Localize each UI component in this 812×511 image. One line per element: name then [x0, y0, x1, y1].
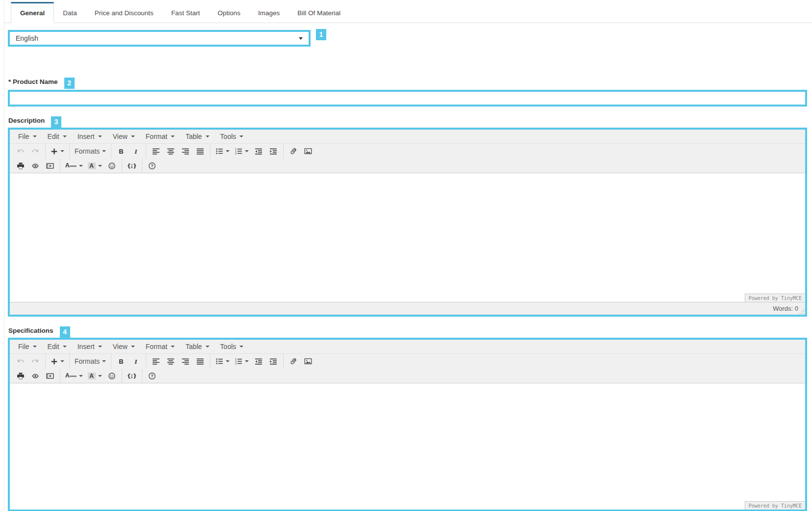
align-center-button[interactable] [163, 355, 178, 368]
menu-file[interactable]: File [13, 130, 42, 143]
chevron-down-icon [98, 135, 102, 137]
menu-format[interactable]: Format [140, 130, 180, 143]
image-button[interactable] [301, 145, 315, 158]
align-right-icon [182, 147, 189, 155]
toolbar-group [284, 354, 318, 369]
product-name-input[interactable] [8, 90, 807, 107]
menu-insert[interactable]: Insert [72, 340, 107, 353]
align-left-button[interactable] [149, 145, 163, 158]
tab-data[interactable]: Data [54, 2, 86, 23]
add-button[interactable] [48, 145, 67, 158]
bold-button[interactable]: B [114, 145, 129, 158]
image-button[interactable] [301, 355, 315, 368]
preview-button[interactable] [28, 160, 43, 172]
preview-icon [31, 372, 39, 380]
menu-insert[interactable]: Insert [72, 130, 107, 143]
menu-edit[interactable]: Edit [42, 130, 72, 143]
menu-table[interactable]: Table [180, 340, 214, 353]
outdent-button[interactable] [251, 355, 266, 368]
help-button[interactable]: ? [145, 160, 159, 172]
menu-table[interactable]: Table [180, 130, 214, 143]
undo-button[interactable] [13, 355, 28, 368]
undo-button[interactable] [13, 145, 28, 158]
align-center-button[interactable] [163, 145, 178, 158]
media-button[interactable] [43, 370, 57, 382]
menu-view[interactable]: View [107, 130, 140, 143]
bold-button[interactable]: B [114, 355, 129, 368]
italic-button[interactable]: I [129, 145, 143, 158]
link-button[interactable] [286, 145, 301, 158]
indent-button[interactable] [266, 145, 281, 158]
powered-by-tinymce-link[interactable]: Powered by TinyMCE [745, 294, 805, 302]
code-sample-button[interactable]: {;} [125, 370, 139, 382]
menu-tools[interactable]: Tools [215, 130, 249, 143]
toolbar-group: ? [142, 159, 162, 173]
menu-view[interactable]: View [107, 340, 140, 353]
language-select[interactable]: English [8, 30, 311, 47]
align-right-button[interactable] [178, 355, 193, 368]
print-button[interactable] [13, 160, 28, 172]
preview-button[interactable] [28, 370, 43, 382]
print-icon [17, 162, 25, 170]
menu-label: Table [185, 343, 202, 350]
formats-button[interactable]: Formats [72, 145, 108, 158]
link-button[interactable] [286, 355, 301, 368]
annotation-badge-2: 2 [64, 78, 75, 89]
background-color-button[interactable]: A [85, 160, 105, 172]
text-color-button[interactable]: A [63, 160, 85, 172]
numbered-list-button[interactable]: 123 [232, 355, 251, 368]
align-justify-button[interactable] [193, 355, 208, 368]
tab-fast-start[interactable]: Fast Start [162, 2, 209, 23]
outdent-icon [255, 357, 262, 365]
resize-grip-icon[interactable] [799, 309, 805, 314]
align-right-button[interactable] [178, 145, 193, 158]
indent-button[interactable] [266, 355, 281, 368]
menu-tools[interactable]: Tools [215, 340, 249, 353]
menu-format[interactable]: Format [140, 340, 180, 353]
editor-toolbar-row2: AA{;}? [10, 159, 805, 173]
tab-images[interactable]: Images [249, 2, 288, 23]
specifications-edit-area[interactable]: Powered by TinyMCE [10, 383, 805, 510]
bullet-list-button[interactable] [213, 355, 232, 368]
tab-general[interactable]: General [11, 2, 54, 23]
code-sample-button[interactable]: {;} [125, 160, 139, 172]
toolbar-group: ? [142, 369, 162, 383]
print-button[interactable] [13, 370, 28, 382]
background-color-icon: A [88, 162, 96, 169]
emoticons-button[interactable] [105, 370, 119, 382]
menu-file[interactable]: File [13, 340, 42, 353]
add-button[interactable] [48, 355, 67, 368]
menu-edit[interactable]: Edit [42, 340, 72, 353]
emoticons-icon [108, 162, 116, 170]
annotation-badge-1: 1 [316, 29, 326, 40]
redo-icon [31, 357, 39, 365]
tab-options[interactable]: Options [209, 2, 249, 23]
tab-bill-of-material[interactable]: Bill Of Material [288, 2, 349, 23]
emoticons-button[interactable] [105, 160, 119, 172]
formats-button[interactable]: Formats [72, 355, 108, 368]
align-justify-button[interactable] [193, 145, 208, 158]
align-justify-icon [196, 357, 204, 365]
numbered-list-button[interactable]: 123 [232, 145, 251, 158]
align-left-icon [152, 357, 160, 365]
redo-button[interactable] [28, 355, 43, 368]
help-button[interactable]: ? [145, 370, 159, 382]
bullet-list-button[interactable] [213, 145, 232, 158]
media-button[interactable] [43, 160, 57, 172]
align-left-button[interactable] [149, 355, 163, 368]
svg-text:3: 3 [235, 362, 236, 365]
description-edit-area[interactable]: Powered by TinyMCE [10, 173, 805, 302]
tab-price-and-discounts[interactable]: Price and Discounts [86, 2, 162, 23]
italic-button[interactable]: I [129, 355, 143, 368]
link-icon [289, 147, 297, 155]
outdent-button[interactable] [251, 145, 266, 158]
text-color-button[interactable]: A [63, 370, 85, 382]
text-color-icon: A [65, 373, 77, 378]
menu-label: Insert [78, 343, 95, 350]
powered-by-tinymce-link[interactable]: Powered by TinyMCE [745, 501, 805, 510]
redo-button[interactable] [28, 145, 43, 158]
background-color-button[interactable]: A [85, 370, 105, 382]
code-sample-icon: {;} [127, 162, 137, 169]
toolbar-group: Formats [70, 354, 111, 369]
align-center-icon [167, 357, 175, 365]
